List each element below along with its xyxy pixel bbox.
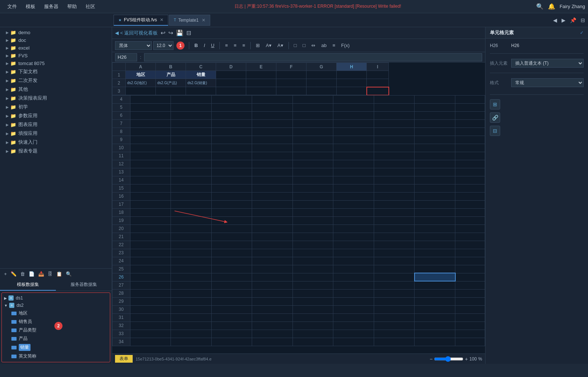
cell-G3[interactable] bbox=[306, 87, 337, 95]
cell-H15[interactable] bbox=[415, 184, 455, 192]
cell-D8[interactable] bbox=[252, 128, 293, 136]
cell-B8[interactable] bbox=[171, 128, 212, 136]
cell-G5[interactable] bbox=[374, 103, 415, 111]
format-type-select[interactable]: 常规 bbox=[511, 78, 584, 87]
tree-item-demo[interactable]: ▶ 📁 demo bbox=[0, 29, 112, 36]
bell-icon[interactable]: 🔔 bbox=[548, 3, 555, 10]
cell-A26[interactable] bbox=[130, 273, 171, 281]
tab-next-btn[interactable]: ▶ bbox=[560, 16, 567, 25]
cell-A34[interactable] bbox=[130, 338, 171, 346]
link-icon[interactable]: 🔗 bbox=[490, 112, 500, 123]
cell-B26[interactable] bbox=[171, 273, 212, 281]
cell-A18[interactable] bbox=[130, 208, 171, 216]
col-header-G[interactable]: G bbox=[306, 63, 337, 71]
ds2-field-dizhi[interactable]: 地区 bbox=[11, 309, 108, 317]
cell-H2[interactable] bbox=[337, 79, 367, 87]
cell-H7[interactable] bbox=[415, 119, 455, 128]
cell-E20[interactable] bbox=[293, 225, 333, 233]
cell-F2[interactable] bbox=[276, 79, 306, 87]
cell-D34[interactable] bbox=[252, 338, 293, 346]
cell-H27[interactable] bbox=[415, 281, 455, 289]
sheet-tab[interactable]: 表单 bbox=[115, 355, 133, 363]
col-header-E[interactable]: E bbox=[246, 63, 276, 71]
cell-G30[interactable] bbox=[374, 305, 415, 313]
cell-E31[interactable] bbox=[293, 313, 333, 322]
cell-E23[interactable] bbox=[293, 249, 333, 257]
cell-D29[interactable] bbox=[252, 297, 293, 305]
cell-I9[interactable] bbox=[455, 136, 485, 144]
font-size-select[interactable]: 12.0 bbox=[153, 41, 173, 50]
cell-B19[interactable] bbox=[171, 216, 212, 225]
cell-C28[interactable] bbox=[211, 289, 252, 297]
cell-H33[interactable] bbox=[415, 330, 455, 338]
cell-H4[interactable] bbox=[415, 95, 455, 103]
cell-A9[interactable] bbox=[130, 136, 171, 144]
cell-B3[interactable] bbox=[156, 87, 186, 95]
grid-container[interactable]: A B C D E F G H I bbox=[112, 62, 485, 353]
cell-B1[interactable]: 产品 bbox=[156, 71, 186, 79]
cell-C15[interactable] bbox=[211, 184, 252, 192]
cell-F21[interactable] bbox=[333, 233, 374, 241]
cell-F19[interactable] bbox=[333, 216, 374, 225]
back-to-dashboard-btn[interactable]: ◀ < 返回可视化看板 bbox=[115, 30, 158, 36]
cell-C6[interactable] bbox=[211, 111, 252, 119]
cell-G20[interactable] bbox=[374, 225, 415, 233]
cell-D1[interactable] bbox=[216, 71, 246, 79]
col-header-H[interactable]: H bbox=[337, 63, 367, 71]
cell-E6[interactable] bbox=[293, 111, 333, 119]
cell-D15[interactable] bbox=[252, 184, 293, 192]
cell-I34[interactable] bbox=[455, 338, 485, 346]
text-btn[interactable]: ab bbox=[319, 42, 329, 49]
copy-btn[interactable]: 📋 bbox=[55, 270, 63, 278]
cell-E28[interactable] bbox=[293, 289, 333, 297]
cell-D3[interactable] bbox=[216, 87, 246, 95]
tab-more-btn[interactable]: ⊟ bbox=[579, 16, 587, 25]
cell-C33[interactable] bbox=[211, 330, 252, 338]
cell-B28[interactable] bbox=[171, 289, 212, 297]
cell-E7[interactable] bbox=[293, 119, 333, 128]
tree-item-juece[interactable]: ▶ 📁 决策报表应用 bbox=[0, 94, 112, 103]
cell-D18[interactable] bbox=[252, 208, 293, 216]
cell-G9[interactable] bbox=[374, 136, 415, 144]
align-right-btn[interactable]: ≡ bbox=[240, 42, 248, 49]
cell-A12[interactable] bbox=[130, 160, 171, 168]
cell-A23[interactable] bbox=[130, 249, 171, 257]
col-header-I[interactable]: I bbox=[367, 63, 389, 71]
tree-item-fvs[interactable]: ▶ 📁 FVS bbox=[0, 52, 112, 60]
cell-H32[interactable] bbox=[415, 322, 455, 330]
font-family-select[interactable]: 黑体 bbox=[115, 41, 152, 50]
cell-H26[interactable] bbox=[415, 273, 455, 281]
cell-I1[interactable] bbox=[367, 71, 389, 79]
cell-A13[interactable] bbox=[130, 168, 171, 176]
cell-E3[interactable] bbox=[246, 87, 276, 95]
cell-G13[interactable] bbox=[374, 168, 415, 176]
search-ds-btn[interactable]: 🔍 bbox=[65, 270, 73, 278]
cell-F20[interactable] bbox=[333, 225, 374, 233]
cell-G28[interactable] bbox=[374, 289, 415, 297]
cell-H31[interactable] bbox=[415, 313, 455, 322]
zoom-in-btn[interactable]: + bbox=[465, 356, 468, 362]
tree-item-erci[interactable]: ▶ 📁 二次开发 bbox=[0, 76, 112, 85]
cell-A28[interactable] bbox=[130, 289, 171, 297]
cell-H18[interactable] bbox=[415, 208, 455, 216]
cell-B22[interactable] bbox=[171, 241, 212, 249]
cell-C23[interactable] bbox=[211, 249, 252, 257]
cell-I33[interactable] bbox=[455, 330, 485, 338]
cell-C17[interactable] bbox=[211, 200, 252, 208]
cell-B31[interactable] bbox=[171, 313, 212, 322]
cell-F18[interactable] bbox=[333, 208, 374, 216]
tree-item-xiajia[interactable]: ▶ 📁 下架文档 bbox=[0, 67, 112, 76]
cell-B10[interactable] bbox=[171, 144, 212, 152]
table-icon[interactable]: ⊟ bbox=[490, 126, 500, 136]
cell-B20[interactable] bbox=[171, 225, 212, 233]
cell-H14[interactable] bbox=[415, 176, 455, 184]
cell-B30[interactable] bbox=[171, 305, 212, 313]
cell-H8[interactable] bbox=[415, 128, 455, 136]
ds2-field-xiaoliang[interactable]: 销量 bbox=[11, 343, 108, 352]
cell-G32[interactable] bbox=[374, 322, 415, 330]
cell-G25[interactable] bbox=[374, 265, 415, 273]
cell-C10[interactable] bbox=[211, 144, 252, 152]
undo-btn[interactable]: ↩ bbox=[161, 29, 165, 36]
cell-B29[interactable] bbox=[171, 297, 212, 305]
col-header-D[interactable]: D bbox=[216, 63, 246, 71]
